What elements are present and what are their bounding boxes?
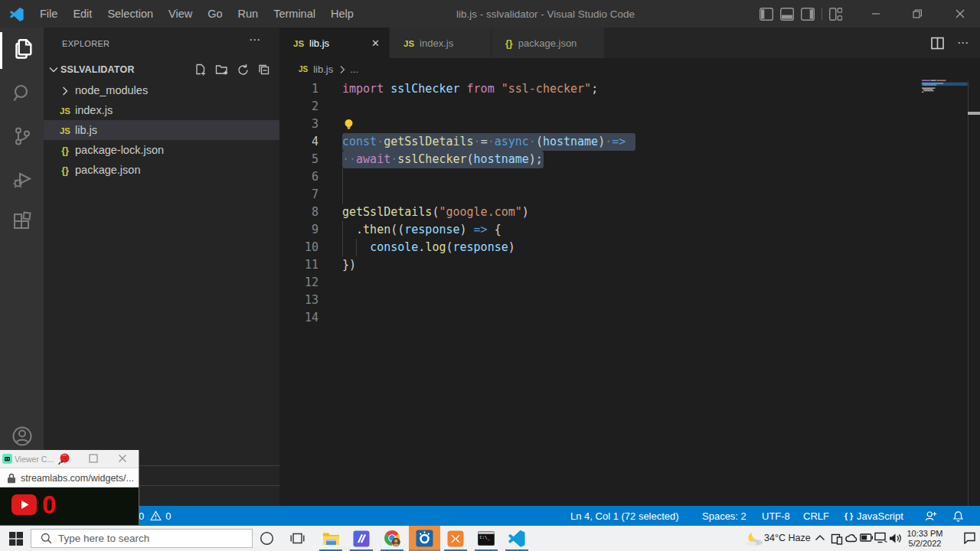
toggle-secondary-sidebar-icon[interactable] bbox=[801, 8, 815, 21]
taskbar-viewer-count-app[interactable] bbox=[409, 526, 440, 551]
split-editor-icon[interactable] bbox=[931, 37, 944, 50]
customize-layout-icon[interactable] bbox=[829, 8, 842, 21]
toggle-sidebar-icon[interactable] bbox=[760, 8, 773, 21]
breadcrumb-symbol[interactable]: ... bbox=[350, 64, 358, 75]
activity-search[interactable] bbox=[0, 73, 44, 113]
notifications-button[interactable] bbox=[952, 506, 964, 526]
battery-tray-icon[interactable] bbox=[860, 533, 873, 542]
overlay-maximize-icon[interactable] bbox=[89, 454, 98, 463]
run-debug-icon bbox=[11, 168, 33, 190]
tab-strip: JSlib.js✕JSindex.js{}package.json bbox=[279, 28, 980, 58]
json-icon: {} bbox=[58, 144, 72, 158]
onedrive-tray-icon[interactable] bbox=[845, 533, 858, 543]
tree-item-label: lib.js bbox=[75, 124, 97, 136]
xampp-icon bbox=[447, 530, 464, 547]
svg-text:C:\_: C:\_ bbox=[480, 535, 491, 540]
editor-more-actions-icon[interactable]: ⋯ bbox=[957, 36, 969, 50]
start-button[interactable] bbox=[9, 532, 23, 546]
tray-clock[interactable]: 10:33 PM 5/2/2022 bbox=[903, 529, 946, 549]
views-more-actions-icon[interactable]: ⋯ bbox=[249, 33, 261, 47]
breadcrumb[interactable]: JS lib.js ... bbox=[279, 58, 980, 80]
tree-item-package-lock.json[interactable]: {}package-lock.json bbox=[44, 140, 279, 160]
your-phone-tray-icon[interactable] bbox=[831, 533, 843, 545]
volume-tray-icon[interactable] bbox=[889, 533, 903, 544]
tab-index.js[interactable]: JSindex.js bbox=[390, 28, 491, 58]
menu-selection[interactable]: Selection bbox=[100, 0, 161, 28]
restore-button[interactable] bbox=[900, 0, 935, 28]
tree-item-package.json[interactable]: {}package.json bbox=[44, 160, 279, 180]
taskbar-vscode[interactable] bbox=[501, 526, 532, 551]
close-button[interactable] bbox=[942, 0, 978, 28]
code-line-5: ··await·sslChecker(hostname); bbox=[342, 151, 543, 168]
new-file-icon[interactable] bbox=[194, 64, 207, 77]
weather-label[interactable]: 34°C Haze bbox=[764, 533, 811, 543]
menu-file[interactable]: File bbox=[32, 0, 65, 28]
minimize-button[interactable] bbox=[858, 0, 893, 28]
line-number-5: 5 bbox=[279, 151, 318, 168]
tree-item-node_modules[interactable]: node_modules bbox=[44, 80, 279, 100]
line-number-14: 14 bbox=[279, 309, 318, 327]
code-line-1: import sslChecker from "ssl-checker"; bbox=[342, 80, 598, 98]
menu-view[interactable]: View bbox=[161, 0, 200, 28]
menu-terminal[interactable]: Terminal bbox=[266, 0, 323, 28]
activity-explorer[interactable] bbox=[0, 29, 44, 69]
network-tray-icon[interactable] bbox=[874, 532, 887, 543]
weather-icon[interactable] bbox=[744, 531, 764, 546]
section-header[interactable]: SSLVALIDATOR bbox=[44, 60, 279, 80]
activity-extensions[interactable] bbox=[0, 202, 44, 242]
overview-ruler-cursor-mark bbox=[968, 112, 980, 115]
breadcrumb-chevron-icon bbox=[336, 64, 348, 76]
sidebar-title: EXPLORER bbox=[62, 39, 109, 48]
cursor-position[interactable]: Ln 4, Col 1 (72 selected) bbox=[570, 506, 679, 526]
json-icon: {} bbox=[505, 36, 513, 50]
activity-run-debug[interactable] bbox=[0, 159, 44, 199]
eol-status[interactable]: CRLF bbox=[803, 506, 829, 526]
line-number-6: 6 bbox=[279, 168, 318, 186]
breadcrumb-file[interactable]: lib.js bbox=[313, 64, 333, 75]
task-view-button[interactable] bbox=[287, 526, 307, 551]
menu-edit[interactable]: Edit bbox=[65, 0, 100, 28]
viewer-count-urlbar[interactable]: streamlabs.com/widgets/... bbox=[0, 468, 139, 487]
overlay-close-icon[interactable] bbox=[118, 454, 127, 463]
minimap[interactable] bbox=[919, 80, 968, 101]
taskbar-chrome[interactable] bbox=[377, 526, 407, 551]
toggle-panel-icon[interactable] bbox=[780, 8, 794, 21]
menu-help[interactable]: Help bbox=[323, 0, 361, 28]
feedback-button[interactable] bbox=[925, 506, 937, 526]
encoding-status[interactable]: UTF-8 bbox=[762, 506, 790, 526]
js-icon: JS bbox=[293, 36, 304, 50]
taskbar-xampp[interactable] bbox=[440, 526, 471, 551]
viewer-count-app-icon bbox=[416, 530, 433, 547]
js-icon: JS bbox=[58, 124, 72, 138]
line-number-3: 3 bbox=[279, 116, 318, 133]
line-number-2: 2 bbox=[279, 98, 318, 116]
taskbar-terminal[interactable]: C:\_ bbox=[471, 526, 501, 551]
feedback-icon bbox=[925, 510, 937, 522]
refresh-icon[interactable] bbox=[237, 64, 250, 77]
tab-package.json[interactable]: {}package.json bbox=[492, 28, 604, 58]
viewer-count-title: Viewer C... bbox=[15, 455, 54, 464]
taskbar-code-app[interactable] bbox=[346, 526, 377, 551]
tree-item-lib.js[interactable]: JSlib.js bbox=[44, 120, 279, 140]
code-line-11: }) bbox=[342, 256, 356, 274]
collapse-all-icon[interactable] bbox=[258, 64, 271, 77]
tray-expand-icon[interactable] bbox=[815, 534, 825, 541]
menu-go[interactable]: Go bbox=[200, 0, 230, 28]
code-editor[interactable]: 1import sslChecker from "ssl-checker";23… bbox=[279, 80, 980, 506]
taskbar-file-explorer[interactable] bbox=[315, 526, 346, 551]
line-number-9: 9 bbox=[279, 221, 318, 239]
viewer-count-titlebar[interactable]: Viewer C... bbox=[0, 450, 139, 468]
activity-source-control[interactable] bbox=[0, 116, 44, 156]
action-center-icon[interactable] bbox=[963, 532, 976, 544]
viewer-count-window: Viewer C... streamlabs.com/widgets/... 0 bbox=[0, 450, 139, 525]
menu-run[interactable]: Run bbox=[230, 0, 266, 28]
new-folder-icon[interactable] bbox=[215, 64, 229, 77]
indentation-status[interactable]: Spaces: 2 bbox=[702, 506, 746, 526]
tree-item-index.js[interactable]: JSindex.js bbox=[44, 100, 279, 120]
taskbar-search-input[interactable]: Type here to search bbox=[31, 529, 253, 548]
tab-lib.js[interactable]: JSlib.js✕ bbox=[279, 28, 389, 58]
titlebar: FileEditSelectionViewGoRunTerminalHelp l… bbox=[0, 0, 980, 28]
tab-close-icon[interactable]: ✕ bbox=[371, 37, 380, 49]
language-status[interactable]: { } JavaScript bbox=[844, 506, 903, 526]
cortana-button[interactable] bbox=[258, 526, 275, 551]
